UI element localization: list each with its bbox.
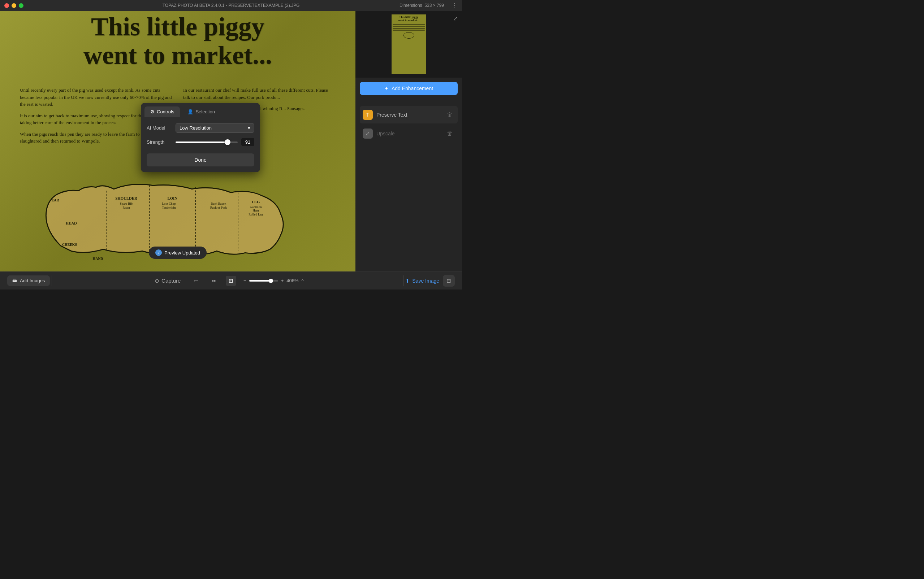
tab-selection[interactable]: 👤 Selection bbox=[182, 106, 220, 117]
zoom-slider[interactable] bbox=[249, 280, 278, 281]
svg-text:Back Bacon: Back Bacon bbox=[211, 202, 226, 205]
strength-value: 91 bbox=[241, 138, 254, 146]
ai-model-row: AI Model Low Resolution ▾ bbox=[147, 123, 254, 133]
add-images-label: Add Images bbox=[20, 278, 45, 283]
zoom-chevron-icon[interactable]: ^ bbox=[301, 278, 304, 283]
export-icon: ⊟ bbox=[446, 278, 451, 284]
window-title: TOPAZ PHOTO AI BETA 2.4.0.1 - PRESERVETE… bbox=[162, 3, 300, 8]
svg-text:EAR: EAR bbox=[52, 198, 60, 202]
bottom-left: 🏔 Add Images bbox=[7, 275, 50, 286]
main-layout: This little piggywent to market... Until… bbox=[0, 11, 462, 272]
done-button[interactable]: Done bbox=[147, 154, 254, 167]
svg-text:LOIN: LOIN bbox=[167, 196, 177, 200]
split-view-button[interactable]: ▪▪ bbox=[209, 276, 218, 286]
chevron-down-icon: ▾ bbox=[248, 125, 250, 131]
slider-fill bbox=[175, 142, 228, 143]
svg-text:CHEEKS: CHEEKS bbox=[62, 242, 77, 247]
slider-track bbox=[175, 142, 238, 143]
preserve-text-delete-icon[interactable]: 🗑 bbox=[445, 111, 455, 119]
ai-model-value: Low Resolution bbox=[180, 125, 212, 131]
save-icon: ⬆ bbox=[405, 278, 410, 284]
svg-text:Loin Chop: Loin Chop bbox=[162, 202, 176, 205]
panel-actions: ✦ Add Enhancement bbox=[356, 78, 462, 103]
ai-model-dropdown[interactable]: Low Resolution ▾ bbox=[175, 123, 254, 133]
crop-button[interactable]: ⤢ bbox=[453, 15, 458, 22]
traffic-lights bbox=[4, 3, 23, 8]
zoom-control: − + 406% ^ bbox=[244, 278, 304, 283]
poster-text-p4: In our restaurant our chef will make ful… bbox=[183, 87, 336, 101]
capture-label: Capture bbox=[161, 278, 180, 284]
zoom-thumb[interactable] bbox=[269, 279, 273, 283]
svg-text:Spare Rib: Spare Rib bbox=[120, 202, 133, 205]
svg-text:HEAD: HEAD bbox=[66, 221, 77, 225]
preserve-text-item[interactable]: T Preserve Text 🗑 bbox=[360, 106, 458, 123]
right-panel: This little piggywent to market... ⤢ ✦ A… bbox=[356, 11, 462, 272]
tab-controls[interactable]: ⚙ Controls bbox=[144, 106, 180, 117]
single-view-button[interactable]: ▭ bbox=[191, 276, 202, 286]
save-label: Save Image bbox=[412, 278, 439, 284]
upscale-item[interactable]: ⤢ Upscale 🗑 bbox=[360, 125, 458, 142]
zoom-out-icon[interactable]: − bbox=[244, 278, 246, 283]
popup-body: AI Model Low Resolution ▾ Strength 91 bbox=[141, 117, 260, 172]
bottom-bar: 🏔 Add Images ⊙ Capture ▭ ▪▪ ⊞ − + 406% ^ bbox=[0, 272, 462, 290]
upscale-icon: ⤢ bbox=[363, 129, 373, 139]
zoom-value: 406% bbox=[287, 278, 298, 283]
svg-text:HAND: HAND bbox=[93, 257, 103, 261]
strength-label: Strength bbox=[147, 139, 172, 145]
controls-popup: ⚙ Controls 👤 Selection AI Model Low Reso… bbox=[141, 103, 260, 172]
divider-1 bbox=[52, 275, 52, 286]
add-enhancement-button[interactable]: ✦ Add Enhancement bbox=[360, 82, 458, 95]
save-image-button[interactable]: ⬆ Save Image bbox=[405, 278, 439, 284]
capture-button[interactable]: ⊙ Capture bbox=[152, 276, 183, 286]
svg-text:SHOULDER: SHOULDER bbox=[115, 196, 137, 200]
dimensions-label: Dimensions bbox=[400, 3, 422, 8]
bottom-right: ⬆ Save Image ⊟ bbox=[405, 275, 455, 286]
check-icon: ✓ bbox=[155, 249, 162, 256]
selection-tab-label: Selection bbox=[195, 109, 215, 114]
close-button[interactable] bbox=[4, 3, 9, 8]
maximize-button[interactable] bbox=[19, 3, 23, 8]
svg-text:Roast: Roast bbox=[123, 206, 130, 209]
sparkle-icon: ✦ bbox=[384, 85, 389, 91]
person-icon: 👤 bbox=[187, 109, 193, 114]
camera-icon: ⊙ bbox=[155, 278, 159, 284]
add-images-button[interactable]: 🏔 Add Images bbox=[7, 275, 50, 286]
zoom-fill bbox=[249, 280, 271, 281]
enhancement-list: T Preserve Text 🗑 ⤢ Upscale 🗑 bbox=[356, 103, 462, 147]
strength-slider[interactable] bbox=[175, 139, 238, 146]
ai-model-label: AI Model bbox=[147, 125, 172, 131]
checkmark: ✓ bbox=[157, 250, 161, 255]
svg-text:Ham: Ham bbox=[253, 209, 259, 212]
split-view-icon: ▪▪ bbox=[212, 278, 216, 284]
sliders-icon: ⚙ bbox=[150, 109, 155, 114]
thumbnail-image: This little piggywent to market... bbox=[392, 15, 426, 74]
dimensions-value: 533 × 799 bbox=[424, 3, 444, 8]
upscale-delete-icon[interactable]: 🗑 bbox=[445, 129, 455, 137]
thumbnail-area: This little piggywent to market... ⤢ bbox=[356, 11, 462, 78]
svg-text:Rolled Leg: Rolled Leg bbox=[249, 213, 263, 216]
titlebar-menu-button[interactable]: ⋮ bbox=[451, 2, 458, 10]
minimize-button[interactable] bbox=[11, 3, 16, 8]
canvas-area[interactable]: This little piggywent to market... Until… bbox=[0, 11, 356, 272]
preserve-text-label: Preserve Text bbox=[377, 112, 445, 118]
mountain-icon: 🏔 bbox=[12, 278, 17, 283]
preview-updated-badge: ✓ Preview Updated bbox=[149, 247, 206, 259]
dimensions-display: Dimensions 533 × 799 bbox=[400, 3, 444, 8]
export-settings-button[interactable]: ⊟ bbox=[443, 275, 455, 286]
upscale-label: Upscale bbox=[377, 131, 445, 136]
bottom-center: ⊙ Capture ▭ ▪▪ ⊞ − + 406% ^ bbox=[54, 276, 401, 286]
svg-text:Tenderloin: Tenderloin bbox=[162, 206, 176, 209]
zoom-in-icon[interactable]: + bbox=[281, 278, 284, 283]
add-enhancement-label: Add Enhancement bbox=[392, 85, 433, 91]
controls-tab-label: Controls bbox=[157, 109, 174, 114]
svg-text:Gammon: Gammon bbox=[250, 205, 262, 209]
compare-icon: ⊞ bbox=[229, 278, 233, 284]
titlebar: TOPAZ PHOTO AI BETA 2.4.0.1 - PRESERVETE… bbox=[0, 0, 462, 11]
preserve-text-icon: T bbox=[363, 110, 373, 120]
popup-tabs: ⚙ Controls 👤 Selection bbox=[141, 103, 260, 117]
slider-thumb[interactable] bbox=[224, 139, 231, 145]
svg-text:Rack of Pork: Rack of Pork bbox=[210, 206, 227, 209]
svg-text:LEG: LEG bbox=[252, 200, 260, 204]
compare-button[interactable]: ⊞ bbox=[226, 276, 236, 286]
single-view-icon: ▭ bbox=[193, 278, 199, 284]
